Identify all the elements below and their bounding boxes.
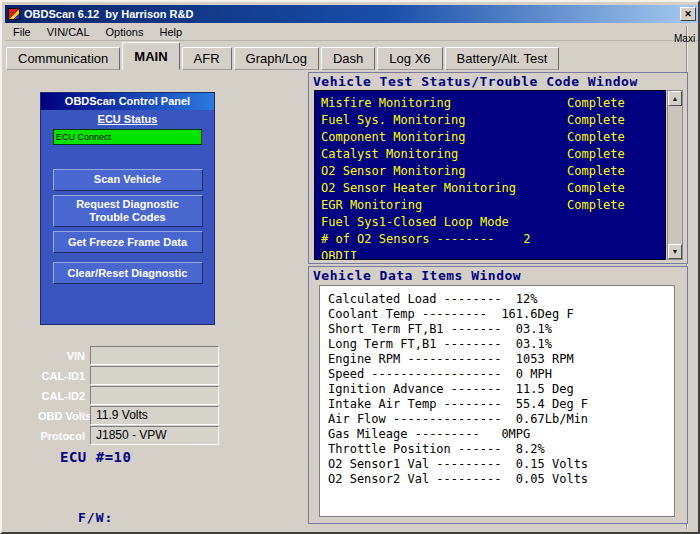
vin-row: VIN [38, 346, 224, 365]
monitor-row: Fuel Sys1-Closed Loop Mode [321, 214, 659, 231]
monitor-name: O2 Sensor Monitoring [321, 163, 567, 180]
monitor-status: Complete [567, 180, 659, 197]
tab-dash[interactable]: Dash [321, 47, 375, 70]
status-window-title: Vehicle Test Status/Trouble Code Window [313, 74, 638, 89]
menu-help[interactable]: Help [151, 24, 190, 40]
vin-field[interactable] [90, 346, 219, 365]
monitor-name: Fuel Sys1-Closed Loop Mode [321, 214, 567, 231]
monitor-row: EGR MonitoringComplete [321, 197, 659, 214]
obdscan-control-panel: OBDScan Control Panel ECU Status ECU Con… [40, 92, 215, 325]
monitor-name: Component Monitoring [321, 129, 567, 146]
monitor-name: OBDII [321, 248, 567, 260]
data-item: Coolant Temp --------- 161.6Deg F [328, 307, 666, 322]
menu-options[interactable]: Options [98, 24, 152, 40]
monitor-row: OBDII [321, 248, 659, 260]
monitor-name: Fuel Sys. Monitoring [321, 112, 567, 129]
control-panel-buttons: Scan Vehicle Request Diagnostic Trouble … [41, 169, 214, 284]
data-item: Ignition Advance ------- 11.5 Deg [328, 382, 666, 397]
cal-id2-field[interactable] [90, 386, 219, 405]
scroll-up-icon[interactable]: ▲ [668, 91, 682, 106]
close-icon: ✕ [684, 9, 692, 19]
scan-vehicle-button[interactable]: Scan Vehicle [53, 169, 203, 191]
tab-communication[interactable]: Communication [6, 47, 120, 70]
monitor-status [567, 248, 659, 260]
tab-battery-alt-test[interactable]: Battery/Alt. Test [445, 47, 560, 70]
ecu-status-field[interactable]: ECU Connect [53, 129, 202, 145]
app-window: OBDScan 6.12 by Harrison R&D ✕ File VIN/… [0, 0, 700, 534]
data-item: Air Flow --------------- 0.67Lb/Min [328, 412, 666, 427]
cal-id1-label: CAL-ID1 [38, 370, 90, 382]
control-panel-title: OBDScan Control Panel [41, 93, 214, 110]
menu-bar: File VIN/CAL Options Help [5, 23, 699, 41]
vehicle-data-items-window: Vehicle Data Items Window Calculated Loa… [308, 266, 688, 524]
ecu-number-label: ECU #=10 [60, 449, 131, 465]
tab-afr[interactable]: AFR [182, 47, 232, 70]
data-item: Engine RPM ------------- 1053 RPM [328, 352, 666, 367]
data-item: Intake Air Temp -------- 55.4 Deg F [328, 397, 666, 412]
menu-file[interactable]: File [5, 24, 39, 40]
request-dtc-button[interactable]: Request Diagnostic Trouble Codes [53, 195, 203, 227]
vin-label: VIN [38, 350, 90, 362]
monitor-status: Complete [567, 95, 659, 112]
get-freeze-frame-button[interactable]: Get Freeze Frame Data [53, 231, 203, 253]
monitor-status [567, 214, 659, 231]
data-item: O2 Sensor2 Val --------- 0.05 Volts [328, 472, 666, 487]
monitor-status: Complete [567, 163, 659, 180]
obd-volts-row: OBD Volts 11.9 Volts [38, 406, 224, 425]
tab-graph-log[interactable]: Graph/Log [234, 47, 319, 70]
monitor-name: EGR Monitoring [321, 197, 567, 214]
window-title: OBDScan 6.12 by Harrison R&D [24, 8, 193, 20]
data-item: Long Term FT,B1 -------- 03.1% [328, 337, 666, 352]
cal-id2-label: CAL-ID2 [38, 390, 90, 402]
trouble-code-console: Misfire MonitoringComplete Fuel Sys. Mon… [314, 90, 666, 260]
vehicle-test-status-window: Vehicle Test Status/Trouble Code Window … [308, 72, 688, 264]
cal-id2-row: CAL-ID2 [38, 386, 224, 405]
ecu-status-label: ECU Status [41, 113, 214, 125]
data-item: Calculated Load -------- 12% [328, 292, 666, 307]
close-button[interactable]: ✕ [680, 7, 696, 21]
monitor-status: Complete [567, 146, 659, 163]
monitor-row: O2 Sensor MonitoringComplete [321, 163, 659, 180]
monitor-row: O2 Sensor Heater MonitoringComplete [321, 180, 659, 197]
monitor-status: Complete [567, 129, 659, 146]
monitor-row: Catalyst MonitoringComplete [321, 146, 659, 163]
cal-id1-row: CAL-ID1 [38, 366, 224, 385]
data-item: Speed ------------------ 0 MPH [328, 367, 666, 382]
tab-log-x6[interactable]: Log X6 [377, 47, 442, 70]
firmware-label: F/W: [78, 510, 113, 525]
monitor-status: Complete [567, 197, 659, 214]
protocol-row: Protocol J1850 - VPW [38, 426, 224, 445]
clear-reset-diagnostic-button[interactable]: Clear/Reset Diagnostic [53, 262, 203, 284]
tab-strip: Communication MAIN AFR Graph/Log Dash Lo… [6, 42, 690, 70]
scroll-down-icon[interactable]: ▼ [668, 244, 682, 259]
data-items-pane: Calculated Load -------- 12% Coolant Tem… [319, 285, 675, 517]
monitor-row: Component MonitoringComplete [321, 129, 659, 146]
clipped-background-window-text: Maxi [674, 33, 700, 47]
menu-vin-cal[interactable]: VIN/CAL [39, 24, 98, 40]
monitor-row: Fuel Sys. MonitoringComplete [321, 112, 659, 129]
data-item: Gas Mileage --------- 0MPG [328, 427, 666, 442]
status-window-scrollbar[interactable]: ▲ ▼ [667, 90, 683, 260]
data-item: O2 Sensor1 Val --------- 0.15 Volts [328, 457, 666, 472]
data-item: Short Term FT,B1 ------- 03.1% [328, 322, 666, 337]
app-icon [8, 8, 20, 20]
protocol-label: Protocol [38, 430, 90, 442]
monitor-row: # of O2 Sensors -------- 2 [321, 231, 659, 248]
monitor-name: Misfire Monitoring [321, 95, 567, 112]
obd-volts-label: OBD Volts [38, 410, 90, 422]
protocol-field[interactable]: J1850 - VPW [90, 426, 219, 445]
monitor-name: O2 Sensor Heater Monitoring [321, 180, 567, 197]
monitor-name: # of O2 Sensors -------- 2 [321, 231, 567, 248]
monitor-status [567, 231, 659, 248]
tab-main[interactable]: MAIN [122, 42, 179, 70]
monitor-row: Misfire MonitoringComplete [321, 95, 659, 112]
cal-id1-field[interactable] [90, 366, 219, 385]
monitor-name: Catalyst Monitoring [321, 146, 567, 163]
monitor-status: Complete [567, 112, 659, 129]
data-item: Throttle Position ------ 8.2% [328, 442, 666, 457]
data-window-title: Vehicle Data Items Window [313, 268, 521, 283]
obd-volts-field[interactable]: 11.9 Volts [90, 406, 219, 425]
title-bar: OBDScan 6.12 by Harrison R&D ✕ [5, 5, 699, 23]
